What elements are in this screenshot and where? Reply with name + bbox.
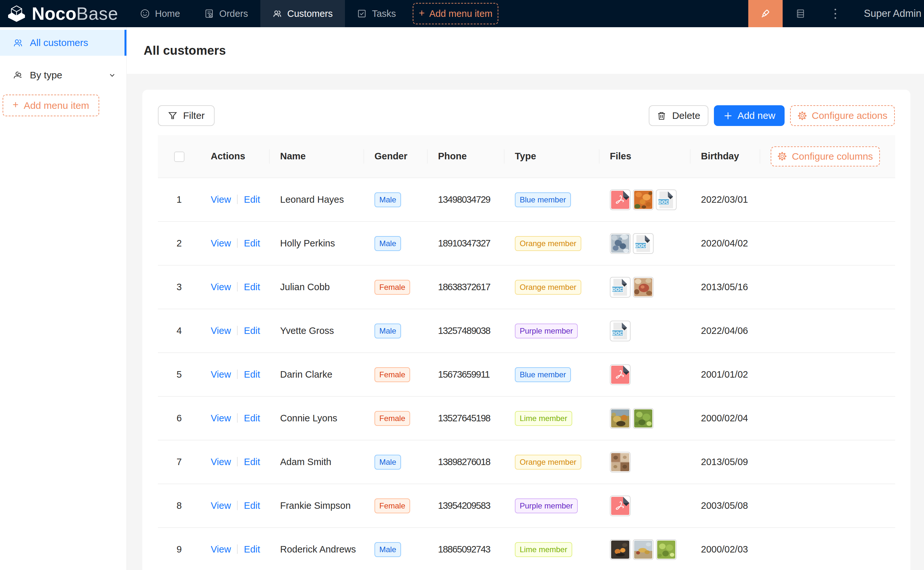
svg-text:DOC: DOC [635, 243, 646, 248]
svg-text:DOC: DOC [658, 199, 669, 204]
svg-text:DOC: DOC [612, 330, 623, 336]
svg-text:DOC: DOC [612, 287, 623, 292]
